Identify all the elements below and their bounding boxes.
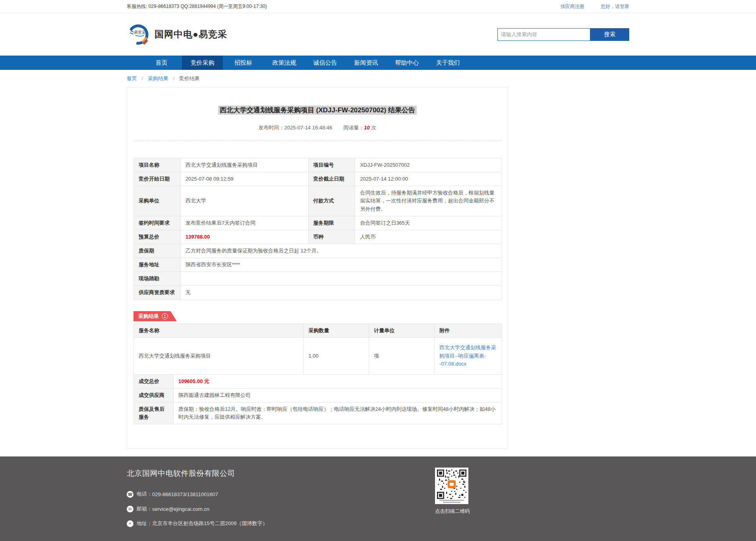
detail-value: 2025-07-14 12:00:00: [355, 172, 502, 186]
views-unit: 次: [371, 125, 376, 131]
purchase-qty: 1.00: [304, 337, 369, 374]
detail-label: 竞价截止日期: [308, 172, 355, 186]
nav-item-integrity[interactable]: 诚信公告: [305, 56, 346, 70]
qr-code: [435, 468, 468, 504]
nav-item-home[interactable]: 首页: [141, 56, 182, 70]
breadcrumb-current: 竞价结果: [179, 75, 200, 81]
detail-value: 发布竞价结果后7天内签订合同: [180, 216, 308, 230]
detail-label: 采购单位: [134, 186, 181, 216]
search-button[interactable]: 搜索: [590, 28, 629, 41]
detail-label: 质保期: [134, 244, 181, 258]
deal-summary-table: 成交总价 109605.00 元 成交供应商 陕西圆通古建园林工程有限公司 质保…: [133, 374, 502, 425]
result-col-header: 采购数量: [304, 323, 369, 337]
nav-item-about[interactable]: 关于我们: [427, 56, 468, 70]
logo-inner-text: 易竞采: [134, 30, 146, 35]
nav-item-tender[interactable]: 招投标: [223, 56, 264, 70]
detail-value: 陕西省西安市长安区****: [180, 258, 502, 272]
result-col-header: 计量单位: [369, 323, 435, 337]
detail-value: 人民币: [355, 230, 502, 244]
topbar: 客服热线: 029-86618373 QQ:2881944994 (周一至周五9…: [0, 0, 756, 13]
qr-code-block[interactable]: 点击扫描二维码: [435, 468, 468, 515]
warranty-text: 质保期：验收合格后12月。响应时效：即时响应（包括电话响应）；电话响应无法解决2…: [173, 402, 502, 424]
detail-label: 服务期限: [308, 216, 355, 230]
detail-label: 预算总价: [134, 230, 181, 244]
nav-item-help[interactable]: 帮助中心: [387, 56, 427, 70]
detail-value: 西北大学: [180, 186, 308, 216]
search-bar: 搜索: [497, 28, 629, 41]
breadcrumb-separator: /: [173, 75, 175, 81]
supplier-label: 成交供应商: [134, 388, 174, 402]
nav-item-news[interactable]: 新闻资讯: [346, 56, 387, 70]
budget-price: 139788.00: [180, 230, 308, 244]
purchase-result-table: 服务名称 采购数量 计量单位 附件 西北大学交通划线服务采购项目 1.00 项 …: [133, 323, 502, 375]
email-label: 邮箱：: [137, 505, 152, 512]
publish-time: 2025-07-14 16:48:46: [284, 125, 333, 131]
detail-value: 西北大学交通划线服务采购项目: [180, 158, 308, 172]
qr-caption: 点击扫描二维码: [435, 508, 468, 515]
address-label: 地址：: [137, 520, 152, 527]
project-detail-table: 项目名称 西北大学交通划线服务采购项目 项目编号 XDJJ-FW-2025070…: [133, 158, 502, 300]
email-icon: ✉: [127, 506, 133, 512]
views-count: 10: [364, 125, 369, 131]
breadcrumb-home-link[interactable]: 首页: [127, 75, 137, 81]
nav-item-bidding-purchase[interactable]: 竞价采购: [182, 56, 223, 70]
phone-value: 029-86618373/13811001607: [152, 491, 218, 497]
supplier-register-link[interactable]: 供应商注册: [561, 4, 584, 9]
breadcrumb-separator: /: [142, 75, 143, 81]
address-value: 北京市丰台区射击场路15号二层2009（国博数字）: [152, 520, 267, 527]
service-name: 西北大学交通划线服务采购项目: [134, 337, 304, 374]
detail-value: XDJJ-FW-202507002: [355, 158, 502, 172]
result-col-header: 附件: [435, 323, 502, 337]
unit: 项: [369, 337, 435, 374]
footer-address-row: ⌖ 地址： 北京市丰台区射击场路15号二层2009（国博数字）: [127, 520, 508, 527]
qr-tiny-text: [439, 500, 464, 501]
breadcrumb-section-link[interactable]: 采购结果: [148, 75, 168, 81]
warranty-label: 质保及售后服务: [134, 402, 174, 424]
detail-label: 现场踏勘: [134, 272, 181, 286]
views-label: 阅读量：: [343, 125, 364, 131]
detail-value: 无: [180, 286, 502, 300]
logo-icon: 易竞采: [127, 23, 150, 46]
detail-label: 供应商资质要求: [134, 286, 181, 300]
email-value: service@ejingcai.com.cn: [152, 506, 209, 512]
phone-label: 电话：: [137, 491, 152, 498]
result-col-header: 服务名称: [134, 323, 304, 337]
detail-value: 乙方对合同服务的质量保证期为验收合格后之日起 12个月。: [180, 244, 502, 258]
attachment-link[interactable]: 西北大学交通划线服务采购项目--响应偏离表--07.08.docx: [439, 345, 496, 366]
page-title: 西北大学交通划线服务采购项目 (XDJJ-FW-202507002) 结果公告: [133, 106, 501, 115]
detail-label: 项目编号: [308, 158, 355, 172]
nav-item-policy[interactable]: 政策法规: [264, 56, 305, 70]
result-count-badge: 1: [162, 313, 168, 320]
publish-time-label: 发布时间：: [259, 125, 284, 131]
detail-value: 2025-07-08 09:12:59: [180, 172, 308, 186]
deal-price-label: 成交总价: [134, 374, 174, 388]
breadcrumb: 首页 / 采购结果 / 竞价结果: [127, 70, 629, 87]
table-row: 西北大学交通划线服务采购项目 1.00 项 西北大学交通划线服务采购项目--响应…: [134, 337, 502, 374]
detail-value: [180, 272, 502, 286]
header: 易竞采 国网中电●易竞采 搜索: [0, 13, 756, 56]
detail-value: 自合同签订之日365天: [355, 216, 502, 230]
detail-label: 竞价开始日期: [134, 172, 181, 186]
detail-label: 签约时间要求: [134, 216, 181, 230]
qr-tiny-text: [443, 502, 460, 503]
deal-price: 109605.00 元: [173, 374, 502, 388]
brand-title: 国网中电●易竞采: [155, 28, 227, 40]
purchase-result-tag-label: 采购结果: [138, 313, 159, 320]
site-logo[interactable]: 易竞采 国网中电●易竞采: [127, 23, 227, 46]
detail-label: 付款方式: [308, 186, 355, 216]
detail-label: 项目名称: [134, 158, 181, 172]
supplier-name: 陕西圆通古建园林工程有限公司: [173, 388, 502, 402]
location-pin-icon: ⌖: [127, 520, 133, 527]
main-nav: 首页 竞价采购 招投标 政策法规 诚信公告 新闻资讯 帮助中心 关于我们: [0, 56, 756, 70]
footer: 北京国网中电软件股份有限公司 ☎ 电话： 029-86618373/138110…: [0, 456, 756, 541]
announcement-meta: 发布时间：2025-07-14 16:48:46阅读量：10 次: [133, 124, 501, 141]
qr-code-image: [437, 470, 466, 499]
purchase-result-tag: 采购结果 1: [133, 311, 177, 322]
detail-label: 币种: [308, 230, 355, 244]
hotline-text: 客服热线: 029-86618373 QQ:2881944994 (周一至周五9…: [127, 3, 267, 10]
announcement-panel: 西北大学交通划线服务采购项目 (XDJJ-FW-202507002) 结果公告 …: [127, 87, 508, 449]
phone-icon: ☎: [127, 491, 133, 498]
detail-label: 服务地址: [134, 258, 181, 272]
login-link[interactable]: 您好，请登录: [601, 4, 629, 9]
search-input[interactable]: [497, 28, 590, 41]
